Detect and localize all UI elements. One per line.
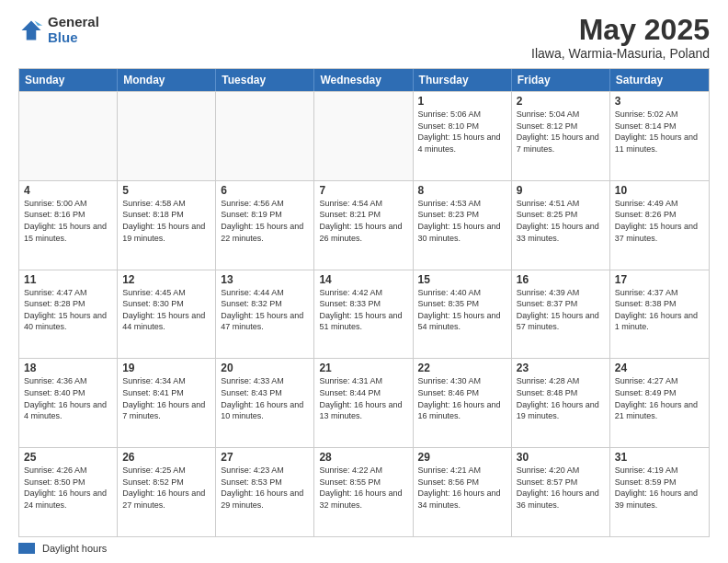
- day-number: 10: [615, 184, 704, 197]
- day-info: Sunrise: 5:02 AM Sunset: 8:14 PM Dayligh…: [615, 109, 704, 155]
- day-cell-27: 27Sunrise: 4:23 AM Sunset: 8:53 PM Dayli…: [216, 448, 314, 536]
- day-number: 7: [319, 184, 407, 197]
- day-info: Sunrise: 4:47 AM Sunset: 8:28 PM Dayligh…: [24, 287, 112, 333]
- logo-general-text: General: [48, 15, 99, 30]
- calendar-header: SundayMondayTuesdayWednesdayThursdayFrid…: [19, 69, 709, 91]
- day-cell-19: 19Sunrise: 4:34 AM Sunset: 8:41 PM Dayli…: [118, 359, 216, 447]
- title-month: May 2025: [531, 15, 710, 44]
- day-number: 5: [122, 184, 210, 197]
- day-number: 18: [24, 362, 112, 374]
- day-number: 21: [319, 362, 407, 374]
- calendar-row-3: 18Sunrise: 4:36 AM Sunset: 8:40 PM Dayli…: [19, 358, 709, 447]
- day-number: 12: [122, 273, 210, 286]
- day-info: Sunrise: 4:56 AM Sunset: 8:19 PM Dayligh…: [221, 198, 309, 244]
- day-cell-20: 20Sunrise: 4:33 AM Sunset: 8:43 PM Dayli…: [216, 359, 314, 447]
- day-number: 14: [319, 273, 407, 286]
- title-location: Ilawa, Warmia-Masuria, Poland: [531, 46, 710, 61]
- page: General Blue May 2025 Ilawa, Warmia-Masu…: [0, 0, 728, 563]
- header-cell-saturday: Saturday: [610, 69, 709, 91]
- day-cell-15: 15Sunrise: 4:40 AM Sunset: 8:35 PM Dayli…: [414, 270, 512, 359]
- day-number: 19: [122, 362, 210, 374]
- day-number: 8: [418, 184, 506, 197]
- header-cell-thursday: Thursday: [414, 69, 512, 91]
- day-number: 22: [418, 362, 506, 374]
- day-info: Sunrise: 5:00 AM Sunset: 8:16 PM Dayligh…: [24, 198, 112, 244]
- calendar: SundayMondayTuesdayWednesdayThursdayFrid…: [18, 68, 710, 537]
- day-info: Sunrise: 4:28 AM Sunset: 8:48 PM Dayligh…: [517, 375, 605, 421]
- day-info: Sunrise: 4:34 AM Sunset: 8:41 PM Dayligh…: [122, 375, 210, 421]
- day-cell-empty-0-1: [118, 92, 216, 180]
- day-info: Sunrise: 4:21 AM Sunset: 8:56 PM Dayligh…: [418, 465, 506, 511]
- svg-marker-2: [35, 20, 43, 25]
- day-cell-empty-0-2: [216, 92, 314, 180]
- day-number: 28: [319, 451, 407, 464]
- day-info: Sunrise: 4:44 AM Sunset: 8:32 PM Dayligh…: [221, 287, 309, 333]
- calendar-body: 1Sunrise: 5:06 AM Sunset: 8:10 PM Daylig…: [19, 91, 709, 536]
- calendar-row-0: 1Sunrise: 5:06 AM Sunset: 8:10 PM Daylig…: [19, 91, 709, 180]
- day-number: 17: [615, 273, 704, 286]
- day-cell-25: 25Sunrise: 4:26 AM Sunset: 8:50 PM Dayli…: [19, 448, 118, 536]
- day-number: 23: [517, 362, 605, 374]
- day-cell-7: 7Sunrise: 4:54 AM Sunset: 8:21 PM Daylig…: [314, 181, 413, 270]
- day-info: Sunrise: 4:58 AM Sunset: 8:18 PM Dayligh…: [122, 198, 210, 244]
- day-info: Sunrise: 4:26 AM Sunset: 8:50 PM Dayligh…: [24, 465, 112, 511]
- day-number: 13: [221, 273, 309, 286]
- day-number: 30: [517, 451, 605, 464]
- header-cell-monday: Monday: [118, 69, 216, 91]
- day-number: 11: [24, 273, 112, 286]
- day-number: 24: [615, 362, 704, 374]
- day-number: 3: [615, 95, 704, 108]
- day-cell-24: 24Sunrise: 4:27 AM Sunset: 8:49 PM Dayli…: [610, 359, 709, 447]
- day-number: 26: [122, 451, 210, 464]
- day-cell-2: 2Sunrise: 5:04 AM Sunset: 8:12 PM Daylig…: [512, 92, 610, 180]
- calendar-row-2: 11Sunrise: 4:47 AM Sunset: 8:28 PM Dayli…: [19, 270, 709, 359]
- footer-label: Daylight hours: [42, 543, 107, 554]
- logo-icon: [18, 17, 44, 43]
- day-cell-17: 17Sunrise: 4:37 AM Sunset: 8:38 PM Dayli…: [610, 270, 709, 359]
- day-cell-23: 23Sunrise: 4:28 AM Sunset: 8:48 PM Dayli…: [512, 359, 610, 447]
- day-cell-16: 16Sunrise: 4:39 AM Sunset: 8:37 PM Dayli…: [512, 270, 610, 359]
- day-number: 15: [418, 273, 506, 286]
- day-info: Sunrise: 4:19 AM Sunset: 8:59 PM Dayligh…: [615, 465, 704, 511]
- day-number: 1: [418, 95, 506, 108]
- day-info: Sunrise: 4:42 AM Sunset: 8:33 PM Dayligh…: [319, 287, 407, 333]
- day-info: Sunrise: 4:39 AM Sunset: 8:37 PM Dayligh…: [517, 287, 605, 333]
- day-cell-31: 31Sunrise: 4:19 AM Sunset: 8:59 PM Dayli…: [610, 448, 709, 536]
- day-info: Sunrise: 4:30 AM Sunset: 8:46 PM Dayligh…: [418, 375, 506, 421]
- day-number: 4: [24, 184, 112, 197]
- day-cell-1: 1Sunrise: 5:06 AM Sunset: 8:10 PM Daylig…: [414, 92, 512, 180]
- day-info: Sunrise: 4:40 AM Sunset: 8:35 PM Dayligh…: [418, 287, 506, 333]
- day-cell-29: 29Sunrise: 4:21 AM Sunset: 8:56 PM Dayli…: [414, 448, 512, 536]
- day-cell-empty-0-3: [314, 92, 413, 180]
- day-cell-12: 12Sunrise: 4:45 AM Sunset: 8:30 PM Dayli…: [118, 270, 216, 359]
- day-info: Sunrise: 4:45 AM Sunset: 8:30 PM Dayligh…: [122, 287, 210, 333]
- day-cell-8: 8Sunrise: 4:53 AM Sunset: 8:23 PM Daylig…: [414, 181, 512, 270]
- logo-blue-text: Blue: [48, 30, 99, 46]
- day-cell-9: 9Sunrise: 4:51 AM Sunset: 8:25 PM Daylig…: [512, 181, 610, 270]
- header-cell-sunday: Sunday: [19, 69, 118, 91]
- day-number: 6: [221, 184, 309, 197]
- logo-text: General Blue: [48, 15, 99, 45]
- day-cell-13: 13Sunrise: 4:44 AM Sunset: 8:32 PM Dayli…: [216, 270, 314, 359]
- header-cell-wednesday: Wednesday: [314, 69, 413, 91]
- day-info: Sunrise: 4:37 AM Sunset: 8:38 PM Dayligh…: [615, 287, 704, 333]
- day-info: Sunrise: 4:27 AM Sunset: 8:49 PM Dayligh…: [615, 375, 704, 421]
- day-cell-4: 4Sunrise: 5:00 AM Sunset: 8:16 PM Daylig…: [19, 181, 118, 270]
- day-info: Sunrise: 4:33 AM Sunset: 8:43 PM Dayligh…: [221, 375, 309, 421]
- day-cell-30: 30Sunrise: 4:20 AM Sunset: 8:57 PM Dayli…: [512, 448, 610, 536]
- calendar-row-4: 25Sunrise: 4:26 AM Sunset: 8:50 PM Dayli…: [19, 447, 709, 536]
- day-number: 9: [517, 184, 605, 197]
- day-info: Sunrise: 4:25 AM Sunset: 8:52 PM Dayligh…: [122, 465, 210, 511]
- day-cell-empty-0-0: [19, 92, 118, 180]
- day-cell-11: 11Sunrise: 4:47 AM Sunset: 8:28 PM Dayli…: [19, 270, 118, 359]
- header-cell-friday: Friday: [512, 69, 610, 91]
- day-number: 27: [221, 451, 309, 464]
- day-cell-10: 10Sunrise: 4:49 AM Sunset: 8:26 PM Dayli…: [610, 181, 709, 270]
- day-number: 31: [615, 451, 704, 464]
- day-info: Sunrise: 4:23 AM Sunset: 8:53 PM Dayligh…: [221, 465, 309, 511]
- day-number: 25: [24, 451, 112, 464]
- day-number: 2: [517, 95, 605, 108]
- day-info: Sunrise: 5:06 AM Sunset: 8:10 PM Dayligh…: [418, 109, 506, 155]
- day-number: 20: [221, 362, 309, 374]
- header: General Blue May 2025 Ilawa, Warmia-Masu…: [18, 15, 710, 61]
